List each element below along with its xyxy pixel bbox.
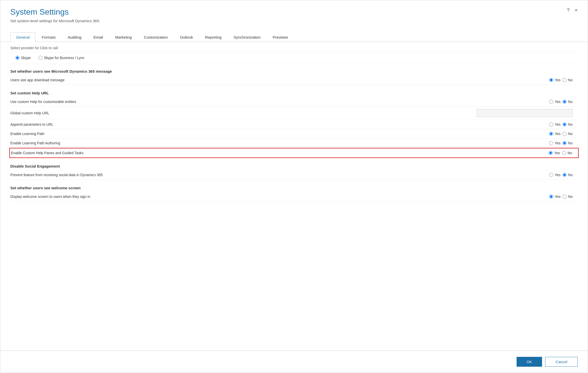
dialog-title: System Settings <box>10 7 578 17</box>
provider-section-label: Select provider for Click to call <box>10 42 578 53</box>
welcome-screen-row: Display welcome screen to users when the… <box>10 192 578 201</box>
help-button[interactable]: ? <box>567 7 570 13</box>
app-download-row: Users see app download message Yes No <box>10 75 578 85</box>
custom-help-panes-control: Yes No <box>537 151 577 155</box>
append-params-no-radio[interactable] <box>563 122 567 126</box>
global-help-url-control <box>477 109 578 117</box>
learning-path-authoring-yes-radio[interactable] <box>549 141 553 145</box>
app-download-no-radio[interactable] <box>563 78 567 82</box>
social-data-no-label[interactable]: No <box>563 173 573 177</box>
learning-path-no-radio[interactable] <box>563 132 567 136</box>
append-params-control: Yes No <box>537 122 578 126</box>
skype-business-radio-label[interactable]: Skype for Business / Lync <box>38 56 85 60</box>
welcome-screen-no-radio[interactable] <box>563 195 567 199</box>
custom-help-panes-yes-label[interactable]: Yes <box>549 151 560 155</box>
append-params-label: Append parameters to URL <box>10 122 537 126</box>
custom-help-entities-row: Use custom Help for customizable entitie… <box>10 97 578 106</box>
learning-path-authoring-row: Enable Learning Path Authoring Yes No <box>10 139 578 148</box>
welcome-screen-section: Set whether users see welcome screen Dis… <box>10 181 578 201</box>
learning-path-authoring-yes-label[interactable]: Yes <box>549 141 560 145</box>
app-download-yes-radio[interactable] <box>549 78 553 82</box>
tab-general[interactable]: General <box>10 32 35 42</box>
custom-help-panes-no-radio[interactable] <box>562 151 566 155</box>
close-button[interactable]: × <box>575 7 578 13</box>
welcome-screen-yes-radio[interactable] <box>549 195 553 199</box>
welcome-screen-no-label[interactable]: No <box>563 195 573 199</box>
tabs-bar: General Formats Auditing Email Marketing… <box>0 32 588 42</box>
system-settings-dialog: System Settings Set system-level setting… <box>0 0 588 373</box>
app-download-no-label[interactable]: No <box>563 78 573 82</box>
learning-path-control: Yes No <box>537 132 578 136</box>
social-data-row: Prevent feature from receiving social da… <box>10 170 578 180</box>
skype-radio-label[interactable]: Skype <box>15 56 31 60</box>
custom-help-entities-no-label[interactable]: No <box>563 100 573 104</box>
ok-button[interactable]: OK <box>517 357 542 367</box>
welcome-screen-yes-label[interactable]: Yes <box>549 195 560 199</box>
tab-previews[interactable]: Previews <box>267 32 294 42</box>
append-params-yes-radio[interactable] <box>549 122 553 126</box>
provider-row: Skype Skype for Business / Lync <box>10 53 578 64</box>
dialog-footer: OK Cancel <box>0 351 588 373</box>
tab-synchronization[interactable]: Synchronization <box>228 32 266 42</box>
learning-path-label: Enable Learning Path <box>10 132 537 136</box>
welcome-screen-control: Yes No <box>537 195 578 199</box>
social-engagement-header: Disable Social Engagement <box>10 159 578 170</box>
welcome-screen-label: Display welcome screen to users when the… <box>10 195 537 199</box>
custom-help-section: Set custom Help URL Use custom Help for … <box>10 86 578 158</box>
custom-help-entities-control: Yes No <box>537 100 578 104</box>
learning-path-row: Enable Learning Path Yes No <box>10 129 578 139</box>
learning-path-authoring-control: Yes No <box>537 141 578 145</box>
social-data-label: Prevent feature from receiving social da… <box>10 173 537 177</box>
learning-path-authoring-no-radio[interactable] <box>563 141 567 145</box>
global-help-url-label: Global custom Help URL <box>10 111 477 115</box>
learning-path-authoring-no-label[interactable]: No <box>563 141 573 145</box>
custom-help-entities-label: Use custom Help for customizable entitie… <box>10 100 537 104</box>
custom-help-panes-label: Enable Custom Help Panes and Guided Task… <box>11 151 537 155</box>
ms-message-header: Set whether users see Microsoft Dynamics… <box>10 64 578 75</box>
custom-help-panes-row: Enable Custom Help Panes and Guided Task… <box>9 148 579 158</box>
custom-help-entities-no-radio[interactable] <box>563 100 567 104</box>
app-download-control: Yes No <box>537 78 578 82</box>
welcome-screen-header: Set whether users see welcome screen <box>10 181 578 192</box>
dialog-controls: ? × <box>567 7 578 13</box>
tab-reporting[interactable]: Reporting <box>199 32 227 42</box>
learning-path-yes-radio[interactable] <box>549 132 553 136</box>
skype-business-radio[interactable] <box>38 56 42 60</box>
social-data-control: Yes No <box>537 173 578 177</box>
social-data-yes-label[interactable]: Yes <box>549 173 560 177</box>
learning-path-yes-label[interactable]: Yes <box>549 132 560 136</box>
ms-message-section: Set whether users see Microsoft Dynamics… <box>10 64 578 85</box>
dialog-header: System Settings Set system-level setting… <box>0 0 588 27</box>
tab-customization[interactable]: Customization <box>138 32 174 42</box>
tab-marketing[interactable]: Marketing <box>109 32 138 42</box>
social-data-no-radio[interactable] <box>563 173 567 177</box>
dialog-subtitle: Set system-level settings for Microsoft … <box>10 19 578 23</box>
tab-outlook[interactable]: Outlook <box>174 32 199 42</box>
custom-help-header: Set custom Help URL <box>10 86 578 97</box>
social-engagement-section: Disable Social Engagement Prevent featur… <box>10 159 578 180</box>
social-data-yes-radio[interactable] <box>549 173 553 177</box>
global-help-url-input[interactable] <box>477 109 573 117</box>
append-params-row: Append parameters to URL Yes No <box>10 120 578 129</box>
tab-auditing[interactable]: Auditing <box>62 32 87 42</box>
append-params-no-label[interactable]: No <box>563 122 573 126</box>
global-help-url-row: Global custom Help URL <box>10 106 578 120</box>
learning-path-no-label[interactable]: No <box>563 132 573 136</box>
custom-help-panes-no-label[interactable]: No <box>562 151 572 155</box>
custom-help-entities-yes-radio[interactable] <box>549 100 553 104</box>
skype-radio[interactable] <box>15 56 19 60</box>
cancel-button[interactable]: Cancel <box>545 357 578 367</box>
app-download-yes-label[interactable]: Yes <box>549 78 560 82</box>
tab-formats[interactable]: Formats <box>36 32 61 42</box>
custom-help-entities-yes-label[interactable]: Yes <box>549 100 560 104</box>
custom-help-panes-yes-radio[interactable] <box>549 151 553 155</box>
learning-path-authoring-label: Enable Learning Path Authoring <box>10 141 537 145</box>
append-params-yes-label[interactable]: Yes <box>549 122 560 126</box>
app-download-label: Users see app download message <box>10 78 537 82</box>
content-area: Select provider for Click to call Skype … <box>0 42 588 351</box>
tab-email[interactable]: Email <box>88 32 109 42</box>
